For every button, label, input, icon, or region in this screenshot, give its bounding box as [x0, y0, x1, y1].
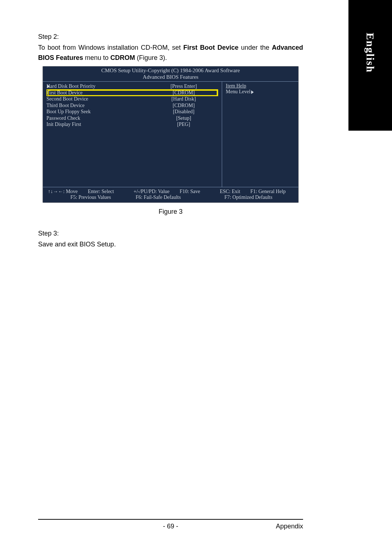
language-tab: English — [348, 0, 392, 131]
bios-row[interactable]: Boot Up Floppy Seek[Disabled] — [46, 109, 218, 115]
hint-exit: ESC: Exit — [220, 189, 240, 195]
bios-row-label: First Boot Device — [46, 90, 149, 96]
bios-row-label-text: Init Display First — [46, 122, 81, 127]
footer-rule — [38, 519, 303, 520]
bios-row-value: [PEG] — [149, 121, 218, 128]
bios-row-label: Init Display First — [46, 121, 149, 128]
bios-row[interactable]: Third Boot Device[CDROM] — [46, 102, 218, 109]
caret-right-icon — [47, 85, 50, 88]
language-label: English — [364, 33, 376, 73]
step2-t3: menu to — [83, 54, 110, 61]
hint-enter: Enter: Select — [88, 189, 114, 195]
step3-block: Step 3: Save and exit BIOS Setup. — [38, 229, 303, 250]
bios-header: CMOS Setup Utility-Copyright (C) 1984-20… — [43, 66, 298, 82]
bios-row-label-text: Boot Up Floppy Seek — [46, 109, 91, 114]
bios-row-label-text: Second Boot Device — [46, 96, 88, 102]
bios-row-label: Password Check — [46, 115, 149, 122]
menu-level-text: Menu Level — [226, 89, 250, 94]
hint-failsafe: F6: Fail-Safe Defaults — [136, 195, 181, 200]
page-number: - 69 - — [163, 523, 178, 530]
bios-row-label: Second Boot Device — [46, 96, 149, 102]
bios-settings-panel: Hard Disk Boot Priority[Press Enter]Firs… — [43, 82, 222, 187]
bios-row[interactable]: Hard Disk Boot Priority[Press Enter] — [46, 83, 218, 90]
section-name: Appendix — [276, 523, 303, 530]
bios-row-label-text: Third Boot Device — [46, 103, 85, 108]
menu-level-label: Menu Level — [226, 89, 295, 95]
hint-move: ↑↓→←: Move — [48, 189, 78, 195]
bios-screenshot: CMOS Setup Utility-Copyright (C) 1984-20… — [42, 66, 299, 203]
bios-row-value: [Setup] — [149, 115, 218, 122]
bios-row-value: [Disabled] — [149, 109, 218, 115]
bios-footer: ↑↓→←: Move Enter: Select +/-/PU/PD: Valu… — [43, 187, 298, 203]
step2-t1: To boot from Windows installation CD-ROM… — [38, 44, 183, 51]
step2-title: Step 2: — [38, 32, 303, 42]
hint-value: +/-/PU/PD: Value — [134, 189, 170, 195]
bios-row-label-text: Password Check — [46, 115, 80, 121]
bios-row-value: [Hard Disk] — [149, 96, 218, 102]
step2-b1: First Boot Device — [183, 44, 238, 51]
bios-header-line2: Advanced BIOS Features — [43, 74, 298, 81]
bios-row[interactable]: Second Boot Device[Hard Disk] — [46, 96, 218, 102]
item-help-label: Item Help — [226, 83, 295, 89]
bios-row[interactable]: Password Check[Setup] — [46, 115, 218, 122]
hint-help: F1: General Help — [250, 189, 286, 195]
bios-row-label: Boot Up Floppy Seek — [46, 109, 149, 115]
step2-t2: under the — [238, 44, 272, 51]
bios-row[interactable]: First Boot Device[CDROM] — [46, 90, 218, 96]
bios-row-label: Third Boot Device — [46, 102, 149, 109]
step2-b3: CDROM — [110, 54, 135, 61]
bios-help-panel: Item Help Menu Level — [222, 82, 298, 187]
bios-row[interactable]: Init Display First[PEG] — [46, 121, 218, 128]
bios-row-label-text: Hard Disk Boot Priority — [46, 83, 95, 89]
figure-caption: Figure 3 — [38, 208, 303, 216]
bios-header-line1: CMOS Setup Utility-Copyright (C) 1984-20… — [43, 67, 298, 74]
step3-title: Step 3: — [38, 229, 303, 239]
bios-row-label: Hard Disk Boot Priority — [46, 83, 149, 90]
hint-save: F10: Save — [180, 189, 200, 195]
bios-row-value: [Press Enter] — [149, 83, 218, 90]
bios-row-value: [CDROM] — [149, 102, 218, 109]
page-content: Step 2: To boot from Windows installatio… — [38, 32, 303, 250]
bios-row-value: [CDROM] — [149, 90, 218, 96]
page-footer: - 69 - Appendix — [38, 523, 303, 530]
step2-t4: (Figure 3). — [135, 54, 167, 61]
step3-text: Save and exit BIOS Setup. — [38, 240, 303, 250]
hint-optimized: F7: Optimized Defaults — [224, 195, 272, 200]
menu-level-arrow-icon — [251, 90, 254, 94]
step2-body: To boot from Windows installation CD-ROM… — [38, 43, 303, 63]
bios-body: Hard Disk Boot Priority[Press Enter]Firs… — [43, 81, 298, 187]
hint-prev: F5: Previous Values — [70, 195, 111, 200]
